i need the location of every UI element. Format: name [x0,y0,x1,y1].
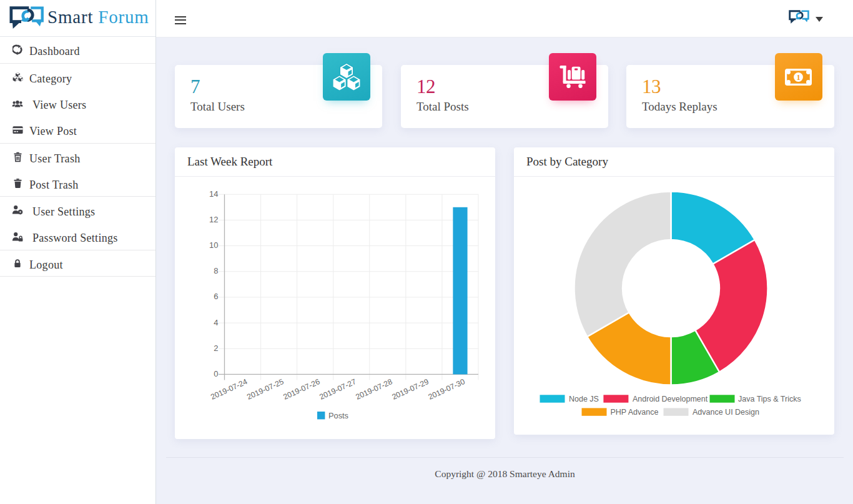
svg-text:2019-07-26: 2019-07-26 [282,377,321,402]
svg-text:PHP Advance: PHP Advance [611,408,659,417]
svg-text:2019-07-27: 2019-07-27 [318,377,357,402]
svg-text:2019-07-28: 2019-07-28 [355,377,394,402]
svg-text:Node JS: Node JS [569,395,599,403]
svg-text:1: 1 [796,73,800,82]
svg-text:12: 12 [209,215,218,224]
svg-text:2019-07-25: 2019-07-25 [245,377,285,402]
svg-text:6: 6 [214,292,218,301]
svg-text:2: 2 [214,343,218,353]
svg-text:0: 0 [214,369,218,378]
svg-text:2019-07-30: 2019-07-30 [427,377,466,402]
svg-text:Advance UI Design: Advance UI Design [693,408,759,417]
svg-text:Java Tips & Tricks: Java Tips & Tricks [738,395,801,403]
svg-text:2019-07-24: 2019-07-24 [209,377,249,402]
svg-text:8: 8 [214,266,218,275]
svg-text:4: 4 [214,318,218,327]
svg-text:Android Development: Android Development [633,395,708,403]
svg-text:Posts: Posts [328,411,348,420]
svg-text:10: 10 [209,240,218,250]
svg-text:2019-07-29: 2019-07-29 [391,377,430,402]
svg-text:14: 14 [209,189,218,199]
